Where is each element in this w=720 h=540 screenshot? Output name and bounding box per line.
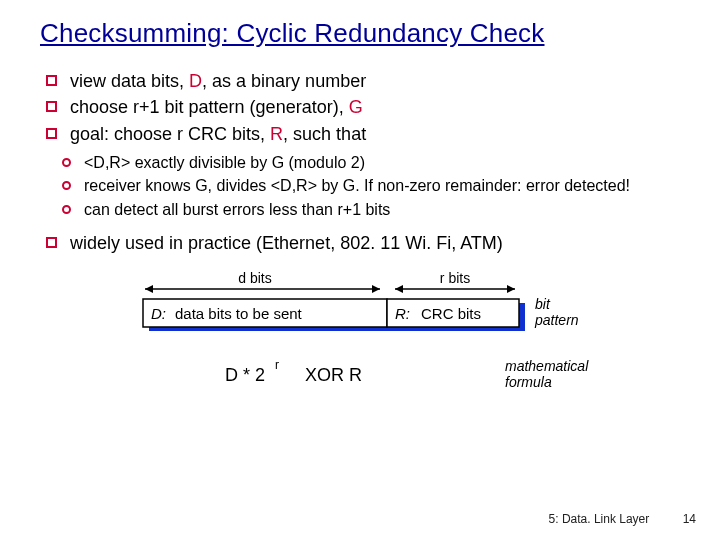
sub-3: can detect all burst errors less than r+… (62, 199, 690, 221)
sub-2: receiver knows G, divides <D,R> by G. If… (62, 175, 690, 197)
bit-pattern-l2: pattern (534, 312, 579, 328)
svg-marker-4 (395, 285, 403, 293)
crc-diagram: d bits r bits D: data bits to be sent R:… (125, 271, 605, 406)
bullet-list: view data bits, D, as a binary number ch… (40, 69, 690, 146)
math-label-2: formula (505, 374, 552, 390)
math-label-1: mathematical (505, 358, 589, 374)
bullet-1: view data bits, D, as a binary number (46, 69, 690, 93)
d-text: data bits to be sent (175, 305, 303, 322)
footer-section: 5: Data. Link Layer (549, 512, 650, 526)
b1-text: view data bits, (70, 71, 189, 91)
slide-footer: 5: Data. Link Layer 14 (549, 512, 696, 526)
r-label: R: (395, 305, 410, 322)
bullet-2: choose r+1 bit pattern (generator), G (46, 95, 690, 119)
sub-bullet-list: <D,R> exactly divisible by G (modulo 2) … (40, 152, 690, 221)
bit-pattern-l1: bit (535, 296, 551, 312)
slide-title: Checksumming: Cyclic Redundancy Check (40, 18, 690, 49)
b2-sym: G (349, 97, 363, 117)
b3-tail: , such that (283, 124, 366, 144)
b1-tail: , as a binary number (202, 71, 366, 91)
footer-page: 14 (683, 512, 696, 526)
b3-sym: R (270, 124, 283, 144)
formula-left: D * 2 (225, 365, 265, 385)
sub-1: <D,R> exactly divisible by G (modulo 2) (62, 152, 690, 174)
dbits-label: d bits (238, 271, 271, 286)
b2-text: choose r+1 bit pattern (generator), (70, 97, 349, 117)
svg-marker-5 (507, 285, 515, 293)
b1-sym: D (189, 71, 202, 91)
b3-text: goal: choose r CRC bits, (70, 124, 270, 144)
formula-exp: r (275, 358, 279, 372)
bullet-list-2: widely used in practice (Ethernet, 802. … (40, 231, 690, 255)
svg-marker-1 (145, 285, 153, 293)
svg-marker-2 (372, 285, 380, 293)
d-label: D: (151, 305, 166, 322)
formula-mid: XOR R (305, 365, 362, 385)
bullet-3: goal: choose r CRC bits, R, such that (46, 122, 690, 146)
rbits-label: r bits (440, 271, 470, 286)
r-text: CRC bits (421, 305, 481, 322)
bullet-4: widely used in practice (Ethernet, 802. … (46, 231, 690, 255)
